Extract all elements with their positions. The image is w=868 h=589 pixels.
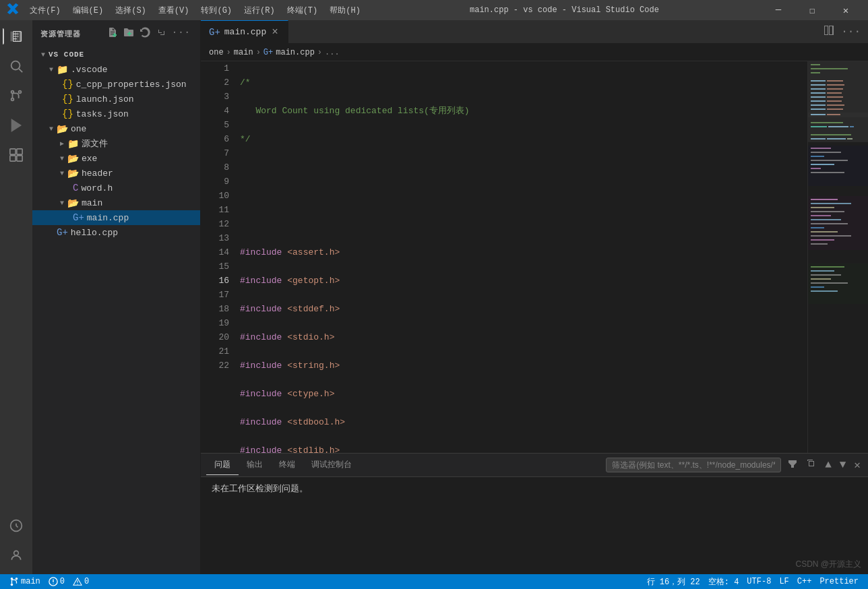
breadcrumb-sep3: › [317,48,322,57]
minimap-svg [808,61,868,331]
tree-folder-header[interactable]: ▼ 📂 header [32,166,200,181]
menu-select[interactable]: 选择(S) [110,2,152,19]
activity-extensions[interactable] [3,142,30,168]
menu-edit[interactable]: 编辑(E) [67,2,109,19]
breadcrumb-sep2: › [256,48,261,57]
panel-tab-output[interactable]: 输出 [239,455,271,475]
line-num-7: 7 [206,146,229,160]
panel-copy-icon[interactable] [804,456,819,474]
breadcrumb: one › main › G+ main.cpp › ... [201,44,868,61]
minimap[interactable] [807,61,868,453]
maximize-button[interactable]: ☐ [797,0,828,20]
tree-folder-vscode-config[interactable]: ▼ 📁 .vscode [32,62,200,77]
panel-down-icon[interactable]: ▼ [838,457,848,473]
line-num-2: 2 [206,75,229,90]
breadcrumb-one[interactable]: one [209,48,224,57]
activity-bar [0,20,32,574]
status-errors[interactable]: 0 [44,577,69,586]
menu-help[interactable]: 帮助(H) [324,2,366,19]
activity-search[interactable] [3,53,30,80]
activity-source-control[interactable] [3,82,30,109]
tree-arrow-header: ▼ [57,170,67,177]
split-editor-icon[interactable] [822,23,836,41]
status-branch[interactable]: main [5,577,44,586]
refresh-icon[interactable] [138,26,152,42]
activity-explorer[interactable] [3,23,30,50]
line-num-5: 5 [206,118,229,132]
status-language[interactable]: C++ [793,577,816,586]
status-warnings[interactable]: 0 [69,577,93,586]
more-actions-icon[interactable]: ··· [839,24,863,40]
svg-point-1 [11,61,20,70]
sidebar-more-icon[interactable]: ··· [170,26,192,42]
tab-main-cpp[interactable]: G+ main.cpp × [201,20,288,43]
activity-run[interactable] [3,112,30,139]
activity-account[interactable] [3,542,30,569]
breadcrumb-filename: main.cpp [276,48,315,57]
breadcrumb-main[interactable]: main [234,48,253,57]
tree-label-tasks: tasks.json [76,109,129,119]
tree-file-tasks[interactable]: {} tasks.json [32,106,200,121]
line-num-8: 8 [206,160,229,175]
folder-main-icon: 📂 [67,197,79,209]
new-folder-icon[interactable] [122,26,135,42]
tab-close-button[interactable]: × [270,26,280,39]
status-formatter[interactable]: Prettier [815,577,863,586]
tree-folder-one[interactable]: ▼ 📂 one [32,121,200,136]
tree-file-launch[interactable]: {} launch.json [32,92,200,106]
panel: 问题 输出 终端 调试控制台 ▲ ▼ ✕ 未在工作 [201,453,868,574]
svg-rect-58 [811,219,841,220]
new-file-icon[interactable] [106,26,119,42]
status-position[interactable]: 行 16，列 22 [643,576,704,588]
svg-rect-69 [811,278,831,280]
code-line-7: #include <assert.h> [240,245,807,259]
status-spaces[interactable]: 空格: 4 [704,576,743,588]
line-num-22: 22 [206,359,229,373]
tree-file-hello-cpp[interactable]: G+ hello.cpp [32,225,200,240]
status-eol[interactable]: LF [775,577,793,586]
collapse-icon[interactable] [154,26,168,42]
panel-tabs: 问题 输出 终端 调试控制台 ▲ ▼ ✕ [201,454,868,477]
panel-tab-problems[interactable]: 问题 [206,455,239,475]
close-button[interactable]: ✕ [830,0,861,20]
breadcrumb-file[interactable]: G+ main.cpp [264,48,315,57]
status-encoding[interactable]: UTF-8 [743,577,775,586]
tree-folder-exe[interactable]: ▼ 📂 exe [32,151,200,166]
tree-file-cpp-properties[interactable]: {} c_cpp_properties.json [32,77,200,92]
menu-terminal[interactable]: 终端(T) [282,2,323,19]
folder-source-icon: 📁 [67,138,79,150]
svg-line-2 [19,69,22,72]
menu-run[interactable]: 运行(R) [239,2,280,19]
menu-view[interactable]: 查看(V) [153,2,195,19]
tree-folder-main[interactable]: ▼ 📂 main [32,195,200,210]
menu-goto[interactable]: 转到(G) [195,2,237,19]
code-content[interactable]: /* Word Count using dedicated lists(专用列表… [235,61,807,453]
tree-file-main-cpp[interactable]: G+ main.cpp [32,210,200,225]
svg-rect-10 [17,156,22,161]
c-file-icon: C [73,183,78,193]
titlebar: 文件(F) 编辑(E) 选择(S) 查看(V) 转到(G) 运行(R) 终端(T… [0,0,868,20]
svg-rect-62 [811,235,851,237]
minimize-button[interactable]: ─ [763,0,794,20]
line-num-13: 13 [206,231,229,245]
tree-arrow-vscode: ▼ [38,51,49,59]
filter-icon[interactable] [785,456,800,474]
code-line-14: #include <stdlib.h> [240,443,807,453]
panel-up-icon[interactable]: ▲ [823,457,834,473]
tree-folder-source[interactable]: ▶ 📁 源文件 [32,136,200,151]
panel-tab-debug[interactable]: 调试控制台 [303,455,360,475]
panel-tab-terminal[interactable]: 终端 [271,455,303,475]
tree-file-word-h[interactable]: C word.h [32,181,200,195]
tree-root-vscode[interactable]: ▼ VS CODE [32,47,200,62]
tree-arrow-one: ▼ [46,125,57,133]
tab-actions: ··· [816,20,868,43]
panel-close-icon[interactable]: ✕ [852,456,863,474]
code-editor[interactable]: 1 2 3 4 5 6 7 8 9 10 11 12 13 14 15 16 1 [201,61,807,453]
breadcrumb-cpp-icon: G+ [264,48,273,57]
svg-rect-61 [811,231,838,232]
svg-rect-54 [811,203,851,204]
panel-filter-input[interactable] [606,458,781,472]
menu-file[interactable]: 文件(F) [24,2,66,19]
svg-rect-55 [811,207,834,208]
activity-remote[interactable] [3,512,30,539]
